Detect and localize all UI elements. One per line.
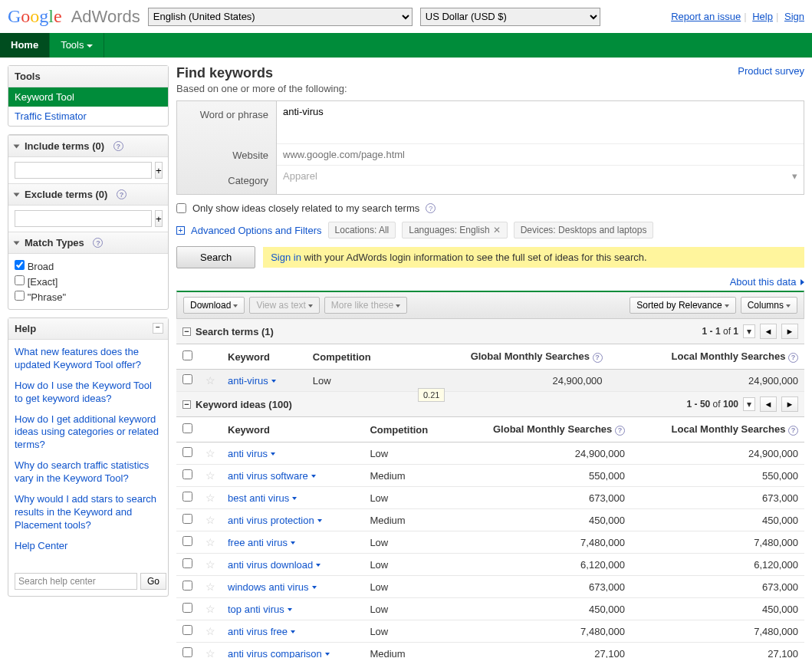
help-icon[interactable]: ?	[788, 353, 798, 363]
keyword-link[interactable]: top anti virus	[228, 604, 292, 615]
row-checkbox[interactable]	[182, 625, 192, 635]
chip-locations[interactable]: Locations: All	[328, 222, 396, 239]
columns-button[interactable]: Columns	[741, 297, 797, 314]
about-data-link[interactable]: About this data	[730, 276, 804, 288]
keyword-link[interactable]: anti virus comparison	[228, 648, 330, 659]
help-search-input[interactable]	[15, 573, 137, 590]
row-checkbox[interactable]	[182, 558, 192, 568]
include-terms-header[interactable]: Include terms (0) ?	[8, 135, 168, 157]
keyword-link[interactable]: free anti virus	[228, 537, 295, 548]
star-icon[interactable]: ☆	[205, 492, 215, 504]
col-local[interactable]: Local Monthly Searches ?	[609, 344, 804, 370]
star-icon[interactable]: ☆	[205, 558, 215, 571]
sidebar-item-keyword-tool[interactable]: Keyword Tool	[8, 87, 168, 107]
select-all-checkbox[interactable]	[182, 423, 192, 433]
keyword-link[interactable]: anti virus	[228, 448, 275, 459]
exclude-terms-header[interactable]: Exclude terms (0) ?	[8, 183, 168, 206]
download-button[interactable]: Download	[183, 297, 245, 314]
match-broad[interactable]: Broad	[15, 258, 162, 274]
help-icon[interactable]: ?	[113, 141, 123, 151]
help-icon[interactable]: ?	[593, 353, 603, 363]
expand-icon[interactable]: +	[176, 226, 185, 235]
close-icon[interactable]: ✕	[493, 225, 501, 235]
row-checkbox[interactable]	[182, 469, 192, 479]
view-as-text-button[interactable]: View as text	[249, 297, 319, 314]
add-exclude-button[interactable]: +	[155, 210, 163, 227]
keyword-link[interactable]: anti virus software	[228, 470, 316, 482]
collapse-icon[interactable]: −	[153, 323, 163, 334]
website-input[interactable]	[283, 149, 797, 160]
row-checkbox[interactable]	[182, 492, 192, 502]
star-icon[interactable]: ☆	[205, 447, 215, 459]
include-terms-input[interactable]	[15, 162, 152, 179]
word-input[interactable]: anti-virus	[283, 106, 797, 137]
help-link[interactable]: Why do search traffic statistics vary in…	[15, 459, 162, 485]
language-select[interactable]: English (United States)	[148, 8, 413, 26]
row-checkbox[interactable]	[182, 514, 192, 524]
tab-tools[interactable]: Tools	[50, 33, 104, 58]
help-icon[interactable]: ?	[426, 203, 436, 213]
row-checkbox[interactable]	[182, 603, 192, 613]
help-link[interactable]: How do I get additional keyword ideas us…	[15, 413, 162, 452]
sign-link[interactable]: Sign	[784, 11, 804, 22]
keyword-link[interactable]: anti virus download	[228, 559, 321, 571]
row-checkbox[interactable]	[182, 647, 192, 657]
star-icon[interactable]: ☆	[205, 625, 215, 637]
exclude-terms-input[interactable]	[15, 210, 152, 227]
help-link[interactable]: Help Center	[15, 540, 162, 553]
currency-select[interactable]: US Dollar (USD $)	[420, 8, 600, 26]
help-icon[interactable]: ?	[615, 426, 625, 436]
help-link[interactable]: Help	[752, 11, 773, 22]
row-checkbox[interactable]	[182, 581, 192, 591]
keyword-link[interactable]: best anti virus	[228, 492, 297, 504]
help-link[interactable]: Why would I add stars to search results …	[15, 493, 162, 532]
next-page-button[interactable]: ►	[781, 396, 798, 412]
sort-button[interactable]: Sorted by Relevance	[630, 297, 735, 314]
col-global[interactable]: Global Monthly Searches ?	[406, 344, 609, 370]
signin-link[interactable]: Sign in	[271, 252, 301, 263]
chip-languages[interactable]: Languages: English✕	[402, 222, 507, 239]
keyword-link[interactable]: anti virus free	[228, 626, 295, 637]
collapse-icon[interactable]: −	[182, 327, 191, 336]
help-link[interactable]: How do I use the Keyword Tool to get key…	[15, 380, 162, 406]
help-go-button[interactable]: Go	[140, 573, 166, 590]
star-icon[interactable]: ☆	[205, 647, 215, 658]
star-icon[interactable]: ☆	[205, 469, 215, 482]
pager-dropdown[interactable]: ▾	[743, 324, 755, 338]
col-keyword[interactable]: Keyword	[222, 417, 363, 443]
only-show-checkbox[interactable]	[176, 203, 186, 213]
select-all-checkbox[interactable]	[182, 350, 192, 360]
tab-home[interactable]: Home	[0, 33, 50, 58]
report-issue-link[interactable]: Report an issue	[671, 11, 741, 22]
advanced-options-link[interactable]: Advanced Options and Filters	[191, 225, 322, 236]
search-button[interactable]: Search	[176, 246, 255, 268]
star-icon[interactable]: ☆	[205, 603, 215, 615]
help-icon[interactable]: ?	[788, 426, 798, 436]
prev-page-button[interactable]: ◄	[760, 324, 777, 339]
category-select[interactable]: Apparel	[283, 170, 792, 182]
next-page-button[interactable]: ►	[781, 324, 798, 339]
star-icon[interactable]: ☆	[205, 514, 215, 526]
help-icon[interactable]: ?	[93, 238, 103, 248]
col-local[interactable]: Local Monthly Searches ?	[631, 417, 804, 443]
help-link[interactable]: What new features does the updated Keywo…	[15, 346, 162, 372]
help-icon[interactable]: ?	[117, 189, 127, 199]
col-global[interactable]: Global Monthly Searches ?	[452, 417, 631, 443]
star-icon[interactable]: ☆	[205, 581, 215, 593]
col-competition[interactable]: Competition	[307, 344, 406, 370]
product-survey-link[interactable]: Product survey	[738, 65, 804, 77]
add-include-button[interactable]: +	[155, 162, 163, 179]
row-checkbox[interactable]	[182, 536, 192, 546]
match-phrase[interactable]: "Phrase"	[15, 289, 162, 304]
keyword-link[interactable]: anti-virus	[228, 375, 276, 387]
chip-devices[interactable]: Devices: Desktops and laptops	[514, 222, 654, 239]
pager-dropdown[interactable]: ▾	[743, 397, 755, 411]
keyword-link[interactable]: anti virus protection	[228, 515, 322, 526]
star-icon[interactable]: ☆	[205, 374, 215, 387]
row-checkbox[interactable]	[182, 374, 192, 384]
sidebar-item-traffic-estimator[interactable]: Traffic Estimator	[8, 107, 168, 126]
collapse-icon[interactable]: −	[182, 400, 191, 409]
col-competition[interactable]: Competition	[363, 417, 451, 443]
prev-page-button[interactable]: ◄	[760, 396, 777, 412]
star-icon[interactable]: ☆	[205, 536, 215, 548]
